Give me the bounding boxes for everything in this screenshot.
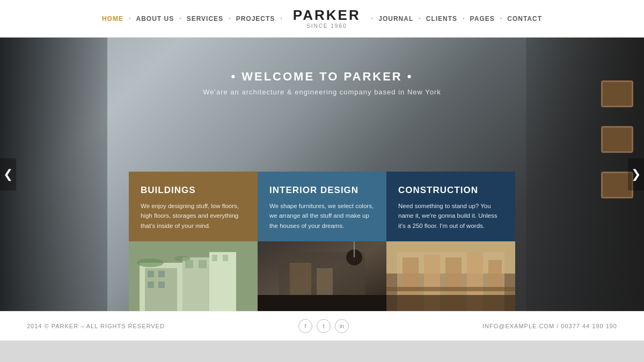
card-construction-top: CONSTRUCTION Need something to stand up?…	[386, 172, 515, 241]
card-buildings: BUILDINGS We enjoy designing stuff, low …	[129, 172, 258, 311]
hero-shelf-overlay	[526, 38, 644, 311]
footer-email: INFO@EXAMPLE.COM	[482, 323, 554, 329]
card-interior-image	[258, 241, 386, 311]
svg-rect-32	[386, 295, 515, 311]
svg-rect-9	[185, 260, 193, 268]
card-construction-desc: Need something to stand up? You name it,…	[398, 201, 503, 231]
facebook-icon: f	[304, 323, 306, 329]
svg-rect-5	[148, 271, 154, 277]
social-linkedin-button[interactable]: in	[335, 319, 349, 333]
hero-text-block: • WELCOME TO PARKER • We'are an architec…	[203, 70, 441, 96]
nav-projects[interactable]: PROJECTS	[231, 15, 281, 23]
nav-sep-4: •	[280, 16, 282, 21]
social-twitter-button[interactable]: t	[317, 319, 331, 333]
hero-subtitle: We'are an architecture & engineering com…	[203, 88, 441, 96]
svg-rect-22	[258, 295, 386, 311]
svg-point-13	[137, 258, 164, 267]
card-construction-image	[386, 241, 515, 311]
logo-since: SINCE 1960	[306, 23, 347, 29]
nav-clients[interactable]: CLIENTS	[421, 15, 463, 23]
card-buildings-top: BUILDINGS We enjoy designing stuff, low …	[129, 172, 258, 241]
card-interior-title: INTERIOR DESIGN	[269, 185, 375, 196]
hero-welcome-title: • WELCOME TO PARKER •	[203, 70, 441, 84]
svg-rect-31	[386, 287, 515, 291]
footer-copyright: 2014 © PARKER – ALL RIGHTS RESERVED	[27, 323, 165, 329]
bottom-strip	[0, 341, 644, 362]
hero-lamp-overlay	[0, 38, 107, 311]
chevron-right-icon: ❯	[631, 167, 641, 181]
card-buildings-title: BUILDINGS	[141, 185, 246, 196]
chevron-left-icon: ❮	[3, 167, 13, 181]
shelf-item-1	[601, 80, 633, 107]
svg-rect-12	[223, 255, 228, 261]
social-facebook-button[interactable]: f	[298, 319, 312, 333]
linkedin-icon: in	[340, 323, 345, 329]
main-nav: HOME • ABOUT US • SERVICES • PROJECTS • …	[97, 8, 547, 29]
footer-social: f t in	[298, 319, 349, 333]
hero-section: ❮ ❯ • WELCOME TO PARKER • We'are an arch…	[0, 38, 644, 311]
nav-home[interactable]: HOME	[97, 15, 129, 23]
card-construction: CONSTRUCTION Need something to stand up?…	[386, 172, 515, 311]
svg-rect-7	[148, 282, 154, 288]
svg-rect-11	[212, 255, 217, 261]
twitter-icon: t	[323, 323, 324, 329]
logo[interactable]: PARKER SINCE 1960	[293, 8, 361, 29]
card-construction-title: CONSTRUCTION	[398, 185, 503, 196]
svg-rect-10	[199, 260, 207, 268]
service-cards: BUILDINGS We enjoy designing stuff, low …	[129, 172, 515, 311]
nav-services[interactable]: SERVICES	[181, 15, 229, 23]
svg-rect-8	[158, 282, 165, 288]
nav-about[interactable]: ABOUT US	[130, 15, 179, 23]
header: HOME • ABOUT US • SERVICES • PROJECTS • …	[0, 0, 644, 38]
card-interior-top: INTERIOR DESIGN We shape furnitures, we …	[258, 172, 386, 241]
footer-contact: INFO@EXAMPLE.COM / 00377 44 190 190	[482, 323, 617, 329]
hero-prev-button[interactable]: ❮	[0, 158, 16, 190]
card-interior-desc: We shape furnitures, we select colors, w…	[269, 201, 375, 231]
svg-rect-18	[290, 263, 311, 295]
construction-illustration	[386, 241, 515, 311]
card-buildings-desc: We enjoy designing stuff, low floors, hi…	[141, 201, 246, 231]
hero-next-button[interactable]: ❯	[628, 158, 644, 190]
card-buildings-image	[129, 241, 258, 311]
logo-title: PARKER	[293, 8, 361, 22]
svg-rect-6	[158, 271, 165, 277]
nav-journal[interactable]: JOURNAL	[373, 15, 419, 23]
svg-rect-19	[317, 268, 333, 295]
footer: 2014 © PARKER – ALL RIGHTS RESERVED f t …	[0, 311, 644, 341]
shelf-item-2	[601, 126, 633, 153]
footer-phone: 00377 44 190 190	[561, 323, 617, 329]
card-interior: INTERIOR DESIGN We shape furnitures, we …	[258, 172, 386, 311]
buildings-illustration	[129, 241, 258, 311]
svg-point-14	[174, 256, 191, 261]
nav-pages[interactable]: PAGES	[465, 15, 500, 23]
nav-contact[interactable]: CONTACT	[502, 15, 547, 23]
interior-illustration	[258, 241, 386, 311]
